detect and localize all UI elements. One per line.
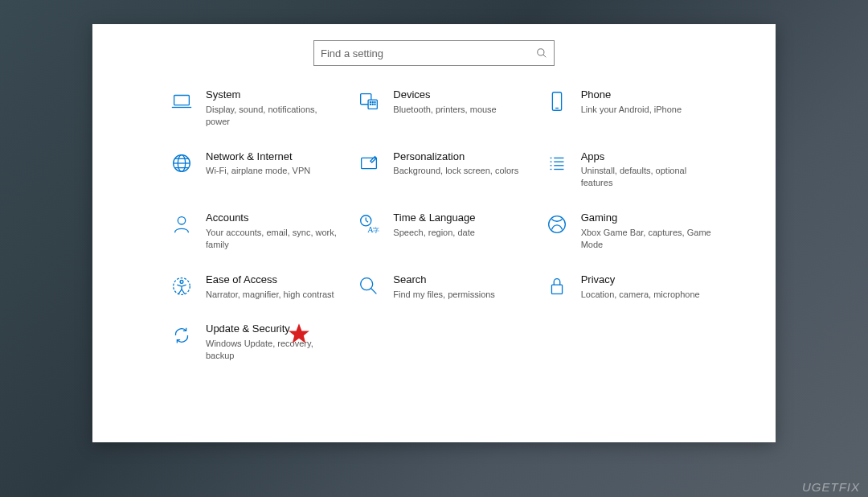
svg-point-6 bbox=[371, 101, 371, 102]
time-language-icon: A字 bbox=[356, 212, 382, 237]
person-icon bbox=[169, 212, 194, 237]
svg-point-11 bbox=[375, 104, 375, 105]
accessibility-icon bbox=[169, 273, 194, 299]
xbox-icon bbox=[544, 212, 570, 237]
search-icon bbox=[536, 47, 547, 59]
svg-point-7 bbox=[372, 101, 373, 102]
devices-icon bbox=[356, 88, 382, 114]
svg-point-8 bbox=[375, 101, 375, 102]
category-desc: Speech, region, date bbox=[393, 227, 475, 239]
category-gaming[interactable]: Gaming Xbox Game Bar, captures, Game Mod… bbox=[544, 212, 723, 251]
category-title: Phone bbox=[581, 88, 682, 102]
svg-line-38 bbox=[371, 289, 377, 294]
category-desc: Xbox Game Bar, captures, Game Mode bbox=[581, 227, 718, 251]
category-desc: Windows Update, recovery, backup bbox=[206, 338, 342, 362]
category-network[interactable]: Network & Internet Wi-Fi, airplane mode,… bbox=[169, 150, 348, 190]
phone-icon bbox=[544, 88, 570, 114]
svg-point-34 bbox=[548, 216, 565, 233]
svg-line-31 bbox=[366, 220, 369, 222]
category-desc: Location, camera, microphone bbox=[581, 289, 700, 301]
category-ease-of-access[interactable]: Ease of Access Narrator, magnifier, high… bbox=[169, 273, 348, 301]
category-title: Update & Security bbox=[206, 322, 342, 336]
highlight-star-icon bbox=[288, 322, 310, 345]
category-desc: Background, lock screen, colors bbox=[393, 165, 518, 177]
svg-point-0 bbox=[538, 49, 544, 55]
categories-grid: System Display, sound, notifications, po… bbox=[92, 88, 776, 362]
category-phone[interactable]: Phone Link your Android, iPhone bbox=[544, 88, 723, 128]
category-update-security[interactable]: Update & Security Windows Update, recove… bbox=[169, 322, 348, 362]
svg-line-1 bbox=[543, 55, 547, 58]
svg-point-36 bbox=[180, 280, 183, 283]
svg-point-10 bbox=[372, 104, 373, 105]
magnifier-icon bbox=[356, 273, 382, 299]
category-desc: Find my files, permissions bbox=[393, 289, 495, 301]
category-desc: Narrator, magnifier, high contrast bbox=[206, 289, 334, 301]
category-desc: Link your Android, iPhone bbox=[581, 104, 682, 116]
category-title: Privacy bbox=[581, 273, 700, 287]
apps-icon bbox=[544, 150, 570, 176]
category-title: Accounts bbox=[206, 212, 342, 225]
search-box[interactable] bbox=[313, 40, 555, 66]
settings-panel: System Display, sound, notifications, po… bbox=[92, 24, 776, 442]
category-title: Personalization bbox=[393, 150, 518, 164]
category-desc: Bluetooth, printers, mouse bbox=[393, 104, 496, 116]
svg-rect-2 bbox=[174, 96, 190, 105]
search-container bbox=[92, 40, 776, 66]
svg-marker-40 bbox=[289, 324, 309, 344]
svg-point-37 bbox=[361, 277, 373, 290]
lock-icon bbox=[544, 273, 570, 299]
paint-icon bbox=[356, 150, 382, 176]
update-icon bbox=[169, 322, 194, 348]
watermark-text: UGETFIX bbox=[802, 480, 860, 494]
svg-point-28 bbox=[178, 217, 185, 224]
category-title: Apps bbox=[581, 150, 718, 164]
category-desc: Uninstall, defaults, optional features bbox=[581, 165, 718, 189]
category-title: Search bbox=[393, 273, 495, 287]
category-apps[interactable]: Apps Uninstall, defaults, optional featu… bbox=[544, 150, 723, 190]
category-devices[interactable]: Devices Bluetooth, printers, mouse bbox=[356, 88, 535, 128]
category-title: Devices bbox=[393, 88, 496, 102]
category-desc: Your accounts, email, sync, work, family bbox=[206, 227, 342, 251]
category-search[interactable]: Search Find my files, permissions bbox=[356, 273, 535, 301]
category-accounts[interactable]: Accounts Your accounts, email, sync, wor… bbox=[169, 212, 348, 251]
category-title: Time & Language bbox=[393, 212, 475, 225]
category-title: Ease of Access bbox=[206, 273, 334, 287]
category-desc: Wi-Fi, airplane mode, VPN bbox=[206, 165, 310, 177]
search-input[interactable] bbox=[321, 47, 536, 60]
category-personalization[interactable]: Personalization Background, lock screen,… bbox=[356, 150, 535, 190]
category-desc: Display, sound, notifications, power bbox=[206, 104, 342, 128]
svg-rect-39 bbox=[551, 285, 562, 294]
category-title: Gaming bbox=[581, 212, 718, 225]
globe-icon bbox=[169, 150, 194, 176]
laptop-icon bbox=[169, 88, 194, 114]
svg-text:字: 字 bbox=[373, 226, 379, 234]
category-time-language[interactable]: A字 Time & Language Speech, region, date bbox=[356, 212, 535, 251]
svg-point-9 bbox=[371, 104, 371, 105]
category-title: System bbox=[206, 88, 342, 102]
category-system[interactable]: System Display, sound, notifications, po… bbox=[169, 88, 348, 128]
category-title: Network & Internet bbox=[206, 150, 310, 164]
category-privacy[interactable]: Privacy Location, camera, microphone bbox=[544, 273, 723, 301]
